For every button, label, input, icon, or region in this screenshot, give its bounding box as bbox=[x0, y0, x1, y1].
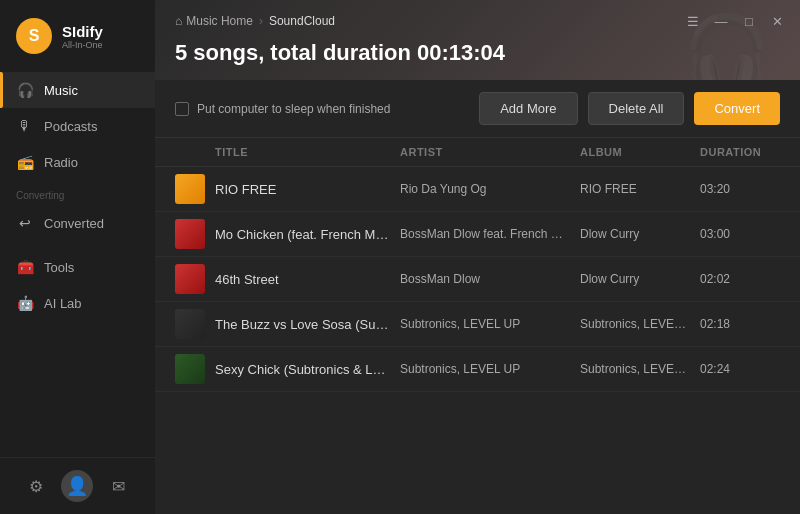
avatar-button[interactable]: 👤 bbox=[61, 470, 93, 502]
home-icon: ⌂ bbox=[175, 14, 182, 28]
track-duration: 02:18 bbox=[700, 317, 780, 331]
table-row[interactable]: 46th Street BossMan Dlow Dlow Curry 02:0… bbox=[155, 257, 800, 302]
mail-button[interactable]: ✉ bbox=[104, 471, 134, 501]
col-title: TITLE bbox=[215, 146, 400, 158]
table-header: TITLE ARTIST ALBUM DURATION bbox=[155, 138, 800, 167]
sidebar-item-podcasts[interactable]: 🎙 Podcasts bbox=[0, 108, 155, 144]
hamburger-button[interactable]: ☰ bbox=[684, 12, 702, 30]
converted-icon: ↩ bbox=[16, 214, 34, 232]
track-duration: 03:20 bbox=[700, 182, 780, 196]
table-row[interactable]: Mo Chicken (feat. French Montana) BossMa… bbox=[155, 212, 800, 257]
convert-button[interactable]: Convert bbox=[694, 92, 780, 125]
sidebar-item-ailab[interactable]: 🤖 AI Lab bbox=[0, 285, 155, 321]
ailab-label: AI Lab bbox=[44, 296, 82, 311]
col-duration: DURATION bbox=[700, 146, 780, 158]
sleep-label: Put computer to sleep when finished bbox=[197, 102, 390, 116]
col-artist: ARTIST bbox=[400, 146, 580, 158]
track-title: Sexy Chick (Subtronics & LEVEL UP Flip) bbox=[215, 362, 400, 377]
ailab-icon: 🤖 bbox=[16, 294, 34, 312]
track-duration: 03:00 bbox=[700, 227, 780, 241]
track-album: Dlow Curry bbox=[580, 272, 700, 286]
table-row[interactable]: The Buzz vs Love Sosa (Subtronics & LEVE… bbox=[155, 302, 800, 347]
breadcrumb-current: SoundCloud bbox=[269, 14, 335, 28]
col-album: ALBUM bbox=[580, 146, 700, 158]
track-artist: Subtronics, LEVEL UP bbox=[400, 317, 580, 331]
converting-section-label: Converting bbox=[0, 180, 155, 205]
track-artist: Subtronics, LEVEL UP bbox=[400, 362, 580, 376]
delete-all-button[interactable]: Delete All bbox=[588, 92, 685, 125]
sleep-checkbox[interactable] bbox=[175, 102, 189, 116]
radio-icon: 📻 bbox=[16, 153, 34, 171]
track-thumbnail bbox=[175, 174, 205, 204]
logo-text: SIdify All-In-One bbox=[62, 23, 103, 50]
track-album: Dlow Curry bbox=[580, 227, 700, 241]
maximize-button[interactable]: □ bbox=[740, 12, 758, 30]
sidebar-nav: 🎧 Music 🎙 Podcasts 📻 Radio Converting ↩ … bbox=[0, 68, 155, 457]
podcasts-label: Podcasts bbox=[44, 119, 97, 134]
track-album: Subtronics, LEVEL UP bbox=[580, 362, 700, 376]
sidebar-bottom: ⚙ 👤 ✉ bbox=[0, 457, 155, 514]
page-title-area: 5 songs, total duration 00:13:04 bbox=[155, 28, 800, 66]
tools-label: Tools bbox=[44, 260, 74, 275]
sidebar: S SIdify All-In-One 🎧 Music 🎙 Podcasts 📻… bbox=[0, 0, 155, 514]
toolbar: Put computer to sleep when finished Add … bbox=[155, 80, 800, 138]
logo-sub: All-In-One bbox=[62, 40, 103, 50]
track-title: Mo Chicken (feat. French Montana) bbox=[215, 227, 400, 242]
table-row[interactable]: RIO FREE Rio Da Yung Og RIO FREE 03:20 bbox=[155, 167, 800, 212]
track-title: 46th Street bbox=[215, 272, 400, 287]
table-body: RIO FREE Rio Da Yung Og RIO FREE 03:20 M… bbox=[155, 167, 800, 514]
track-thumbnail bbox=[175, 309, 205, 339]
podcasts-icon: 🎙 bbox=[16, 117, 34, 135]
sidebar-item-converted[interactable]: ↩ Converted bbox=[0, 205, 155, 241]
col-thumb bbox=[175, 146, 215, 158]
track-duration: 02:24 bbox=[700, 362, 780, 376]
track-album: RIO FREE bbox=[580, 182, 700, 196]
close-button[interactable]: ✕ bbox=[768, 12, 786, 30]
window-controls: ☰ — □ ✕ bbox=[684, 12, 786, 30]
app-logo: S SIdify All-In-One bbox=[0, 0, 155, 68]
track-thumbnail bbox=[175, 354, 205, 384]
track-album: Subtronics, LEVEL UP bbox=[580, 317, 700, 331]
avatar-icon: 👤 bbox=[66, 475, 88, 497]
main-content: ☰ — □ ✕ ⌂ Music Home › SoundCloud 5 song… bbox=[155, 0, 800, 514]
tools-icon: 🧰 bbox=[16, 258, 34, 276]
music-label: Music bbox=[44, 83, 78, 98]
music-icon: 🎧 bbox=[16, 81, 34, 99]
breadcrumb-home-label: Music Home bbox=[186, 14, 253, 28]
converted-label: Converted bbox=[44, 216, 104, 231]
toolbar-right: Add More Delete All Convert bbox=[479, 92, 780, 125]
track-artist: Rio Da Yung Og bbox=[400, 182, 580, 196]
track-title: RIO FREE bbox=[215, 182, 400, 197]
track-artist: BossMan Dlow bbox=[400, 272, 580, 286]
sidebar-item-radio[interactable]: 📻 Radio bbox=[0, 144, 155, 180]
sidebar-item-music[interactable]: 🎧 Music bbox=[0, 72, 155, 108]
page-title: 5 songs, total duration 00:13:04 bbox=[175, 40, 780, 66]
track-thumbnail bbox=[175, 264, 205, 294]
breadcrumb-separator: › bbox=[259, 14, 263, 28]
track-thumbnail bbox=[175, 219, 205, 249]
mail-icon: ✉ bbox=[112, 477, 125, 496]
track-artist: BossMan Dlow feat. French Mon… bbox=[400, 227, 580, 241]
radio-label: Radio bbox=[44, 155, 78, 170]
track-title: The Buzz vs Love Sosa (Subtronics & LEVE… bbox=[215, 317, 400, 332]
table-row[interactable]: Sexy Chick (Subtronics & LEVEL UP Flip) … bbox=[155, 347, 800, 392]
sidebar-item-tools[interactable]: 🧰 Tools bbox=[0, 249, 155, 285]
logo-title: SIdify bbox=[62, 23, 103, 40]
track-duration: 02:02 bbox=[700, 272, 780, 286]
breadcrumb-home[interactable]: ⌂ Music Home bbox=[175, 14, 253, 28]
logo-icon: S bbox=[16, 18, 52, 54]
settings-button[interactable]: ⚙ bbox=[21, 471, 51, 501]
content-area: Put computer to sleep when finished Add … bbox=[155, 80, 800, 514]
add-more-button[interactable]: Add More bbox=[479, 92, 577, 125]
toolbar-left: Put computer to sleep when finished bbox=[175, 102, 469, 116]
settings-icon: ⚙ bbox=[29, 477, 43, 496]
minimize-button[interactable]: — bbox=[712, 12, 730, 30]
